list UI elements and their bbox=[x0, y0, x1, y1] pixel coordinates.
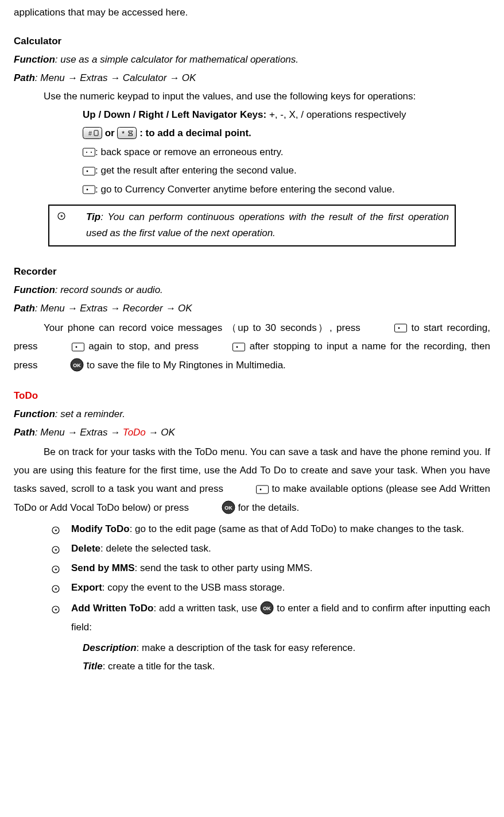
nav-keys-tail: +, -, X, / operations respectively bbox=[269, 109, 406, 120]
ok-key-icon bbox=[192, 499, 235, 517]
item-text: : delete the selected task. bbox=[100, 543, 211, 554]
function-text: : use as a simple calculator for mathema… bbox=[55, 54, 298, 65]
decimal-line: or : to add a decimal point. bbox=[14, 125, 490, 142]
left-softkey-icon bbox=[83, 182, 95, 198]
calculator-function: Function: use as a simple calculator for… bbox=[14, 52, 490, 68]
title-text: : create a title for the task. bbox=[103, 661, 215, 672]
todo-body: Be on track for your tasks with the ToDo… bbox=[14, 443, 490, 518]
currency-line: : go to Currency Converter anytime befor… bbox=[14, 182, 490, 198]
tip-text: : You can perform continuous operations … bbox=[86, 211, 449, 238]
ok-key-icon bbox=[40, 356, 84, 375]
or-word: or bbox=[105, 128, 118, 138]
function-label: Function bbox=[14, 408, 55, 419]
bullet-icon bbox=[52, 562, 60, 579]
calculator-heading: Calculator bbox=[14, 33, 490, 49]
item-label: Send by MMS bbox=[71, 562, 135, 573]
description-text: : make a description of the task for eas… bbox=[137, 642, 356, 653]
left-softkey-icon bbox=[42, 338, 84, 356]
title-line: Title: create a title for the task. bbox=[14, 658, 490, 675]
recorder-function: Function: record sounds or audio. bbox=[14, 282, 490, 298]
todo-heading: ToDo bbox=[14, 388, 490, 404]
left-softkey-icon bbox=[83, 163, 95, 179]
rec-b5: to save the file to My Ringtones in Mult… bbox=[87, 360, 286, 371]
path-red: ToDo bbox=[123, 427, 146, 438]
ok-key-icon bbox=[260, 599, 274, 618]
recorder-heading: Recorder bbox=[14, 264, 490, 280]
list-item: Add Written ToDo: add a written task, us… bbox=[52, 599, 490, 637]
function-text: : set a reminder. bbox=[55, 408, 125, 419]
list-item: Modify ToDo: go to the edit page (same a… bbox=[52, 521, 490, 537]
left-softkey-icon bbox=[365, 319, 407, 337]
bullet-icon bbox=[52, 582, 60, 598]
left-softkey-icon bbox=[226, 480, 269, 499]
currency-text: : go to Currency Converter anytime befor… bbox=[95, 184, 395, 195]
calculator-path: Path: Menu → Extras → Calculator → OK bbox=[14, 70, 490, 86]
rec-b3: again to stop, and press bbox=[88, 341, 203, 352]
tip-content: Tip: You can perform continuous operatio… bbox=[86, 209, 449, 241]
intro-fragment: applications that may be accessed here. bbox=[14, 5, 490, 21]
item-label: Modify ToDo bbox=[71, 523, 130, 534]
item-label: Delete bbox=[71, 543, 100, 554]
bullet-icon bbox=[52, 523, 60, 539]
tip-label: Tip bbox=[86, 211, 100, 222]
path-pre: : Menu → Extras → bbox=[35, 427, 123, 438]
backspace-line: : back space or remove an erroneous entr… bbox=[14, 144, 490, 161]
calculator-body: Use the numeric keypad to input the valu… bbox=[14, 88, 490, 105]
result-text: : get the result after entering the seco… bbox=[95, 165, 297, 176]
item-text: : copy the event to the USB mass storage… bbox=[102, 582, 285, 593]
right-softkey-icon bbox=[83, 144, 95, 160]
path-label: Path bbox=[14, 427, 35, 438]
function-text: : record sounds or audio. bbox=[55, 284, 163, 295]
decimal-text: : to add a decimal point. bbox=[139, 128, 251, 138]
path-text: : Menu → Extras → Recorder → OK bbox=[35, 303, 192, 314]
path-label: Path bbox=[14, 303, 35, 314]
list-item: Export: copy the event to the USB mass s… bbox=[52, 580, 490, 596]
tip-bullet-icon bbox=[55, 209, 86, 241]
path-post: → OK bbox=[146, 427, 175, 438]
list-item: Delete: delete the selected task. bbox=[52, 541, 490, 557]
item-text: : send the task to other party using MMS… bbox=[135, 562, 313, 573]
item-label: Export bbox=[71, 582, 102, 593]
tip-box: Tip: You can perform continuous operatio… bbox=[48, 205, 456, 246]
rec-b1: Your phone can record voice messages （up… bbox=[44, 322, 365, 333]
path-label: Path bbox=[14, 72, 35, 83]
item-text: : go to the edit page (same as that of A… bbox=[130, 523, 464, 534]
description-label: Description bbox=[83, 642, 137, 653]
left-softkey-icon bbox=[203, 338, 245, 356]
todo-function: Function: set a reminder. bbox=[14, 406, 490, 422]
add-written-pre: : add a written task, use bbox=[153, 603, 260, 614]
list-item: Send by MMS: send the task to other part… bbox=[52, 560, 490, 576]
nav-keys-heading: Up / Down / Right / Left Navigator Keys: bbox=[83, 109, 269, 120]
bullet-icon bbox=[52, 602, 60, 620]
todo-b3: for the details. bbox=[238, 502, 299, 513]
function-label: Function bbox=[14, 54, 55, 65]
backspace-text: : back space or remove an erroneous entr… bbox=[95, 147, 284, 157]
todo-path: Path: Menu → Extras → ToDo → OK bbox=[14, 425, 490, 441]
recorder-body: Your phone can record voice messages （up… bbox=[14, 319, 490, 375]
result-line: : get the result after entering the seco… bbox=[14, 163, 490, 179]
recorder-path: Path: Menu → Extras → Recorder → OK bbox=[14, 300, 490, 317]
path-text: : Menu → Extras → Calculator → OK bbox=[35, 72, 196, 83]
hash-key-icon bbox=[83, 126, 102, 142]
nav-keys-line: Up / Down / Right / Left Navigator Keys:… bbox=[14, 107, 490, 123]
description-line: Description: make a description of the t… bbox=[14, 640, 490, 656]
bullet-icon bbox=[52, 543, 60, 559]
todo-options-list: Modify ToDo: go to the edit page (same a… bbox=[14, 521, 490, 637]
star-key-icon bbox=[117, 126, 137, 142]
item-label: Add Written ToDo bbox=[71, 603, 153, 614]
title-label: Title bbox=[83, 661, 103, 672]
function-label: Function bbox=[14, 284, 55, 295]
